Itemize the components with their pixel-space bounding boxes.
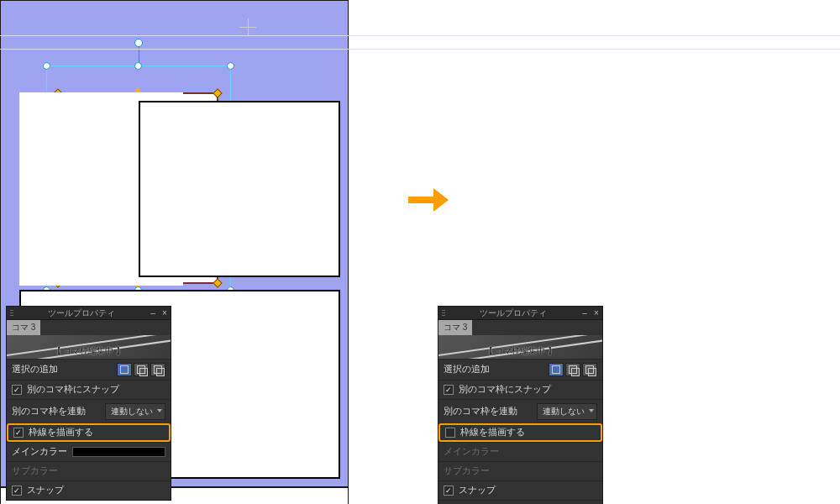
mode-add-button[interactable] [565,363,580,376]
resize-handle[interactable] [43,62,50,70]
label-sub-color: サブカラー [12,465,58,477]
main-color-swatch[interactable] [72,447,165,457]
mode-add-button[interactable] [134,363,149,376]
checkbox-draw-border[interactable] [445,428,455,438]
guide-line [0,35,840,36]
row-selection-add: 選択の追加 [438,359,602,380]
tool-tab[interactable]: コマ 3 [438,320,472,335]
arrow-icon [408,183,450,217]
label-draw-border: 枠線を描画する [460,427,525,438]
tool-preview: 【 コマ枠編集中 】 [438,335,602,359]
row-snap-other[interactable]: 別のコマ枠にスナップ [438,380,602,399]
guide-line [0,49,840,50]
label-selection-add: 選択の追加 [12,364,58,375]
checkbox-draw-border[interactable] [13,428,24,438]
select-link-other[interactable]: 連動しない [537,403,597,420]
label-snap: スナップ [27,485,64,496]
label-sub-color: サブカラー [444,465,490,477]
crop-mark [248,18,249,35]
mode-sub-button[interactable] [150,363,165,376]
select-link-other[interactable]: 連動しない [105,403,165,420]
row-draw-border[interactable]: 枠線を描画する [7,423,171,442]
panel-frame[interactable] [139,101,340,277]
checkbox-snap[interactable] [444,486,454,496]
drag-grip-icon[interactable] [438,310,447,316]
label-link-other: 別のコマ枠を連動 [444,406,517,417]
row-snap[interactable]: スナップ [7,480,171,500]
resize-handle[interactable] [227,62,234,70]
tool-tab[interactable]: コマ 3 [7,320,40,335]
tool-preview: 【 コマ枠編集中 】 [7,335,171,359]
mode-new-button[interactable] [549,363,564,376]
label-snap-other: 別のコマ枠にスナップ [27,384,119,396]
row-brush-size: ブラシサイズ [438,500,602,504]
preview-label: 【 コマ枠編集中 】 [7,345,171,357]
checkbox-snap-other[interactable] [12,385,22,395]
close-icon[interactable]: × [159,307,171,319]
label-link-other: 別のコマ枠を連動 [12,406,86,417]
row-sub-color: サブカラー [7,461,171,480]
rotation-handle[interactable] [134,39,143,47]
row-sub-color: サブカラー [438,461,602,480]
resize-handle[interactable] [134,62,142,70]
panel-title: ツールプロパティ [447,307,579,319]
panel-title: ツールプロパティ [15,307,147,319]
row-link-other: 別のコマ枠を連動 連動しない [438,399,602,423]
checkbox-snap[interactable] [12,486,22,496]
row-snap-other[interactable]: 別のコマ枠にスナップ [7,380,171,399]
row-main-color: メインカラー [438,442,602,461]
row-main-color[interactable]: メインカラー [7,442,171,461]
drag-grip-icon[interactable] [7,310,15,316]
row-link-other: 別のコマ枠を連動 連動しない [7,399,171,423]
panel-titlebar[interactable]: ツールプロパティ – × [7,307,171,320]
row-selection-add: 選択の追加 [7,359,171,380]
row-draw-border[interactable]: 枠線を描画する [438,423,602,442]
tool-property-panel: ツールプロパティ – × コマ 3 【 コマ枠編集中 】 選択の追加 別のコマ枠… [438,307,602,504]
label-snap: スナップ [459,485,496,496]
label-draw-border: 枠線を描画する [29,427,93,438]
label-selection-add: 選択の追加 [444,364,490,375]
tool-property-panel: ツールプロパティ – × コマ 3 【 コマ枠編集中 】 選択の追加 別のコマ枠… [7,307,171,500]
label-snap-other: 別のコマ枠にスナップ [459,384,551,396]
panel-titlebar[interactable]: ツールプロパティ – × [438,307,602,320]
preview-label: 【 コマ枠編集中 】 [438,345,602,357]
label-main-color: メインカラー [12,446,67,458]
checkbox-snap-other[interactable] [444,385,454,395]
minimize-icon[interactable]: – [147,307,159,319]
close-icon[interactable]: × [591,307,602,319]
mode-new-button[interactable] [117,363,132,376]
row-snap[interactable]: スナップ [438,480,602,500]
minimize-icon[interactable]: – [579,307,591,319]
label-main-color: メインカラー [444,446,499,458]
mode-sub-button[interactable] [582,363,597,376]
